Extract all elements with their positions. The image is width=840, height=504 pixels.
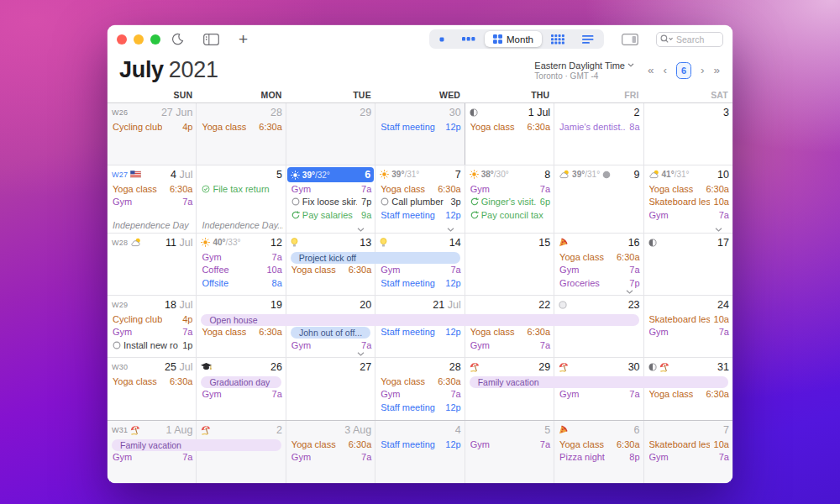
day-cell[interactable]: 39°/31°7Yoga class6:30aCall plumber3pSta… bbox=[375, 165, 465, 233]
day-cell[interactable]: 5Gym7a bbox=[465, 421, 554, 483]
event[interactable]: Staff meeting12p bbox=[375, 401, 464, 414]
day-cell[interactable]: 19Open houseYoga class6:30a bbox=[197, 296, 286, 357]
day-cell[interactable]: 28Yoga class6:30aGym7aStaff meeting12p bbox=[375, 358, 465, 420]
day-cell[interactable]: 4Staff meeting12p bbox=[375, 421, 465, 483]
event[interactable]: Gym7a bbox=[644, 451, 732, 465]
task[interactable]: Fix loose skir...7p bbox=[286, 196, 375, 209]
day-cell[interactable]: 40°/33°12Gym7aCoffee10aOffsite8a bbox=[197, 234, 286, 295]
more-events-chevron-icon[interactable] bbox=[626, 290, 633, 294]
all-day-banner[interactable] bbox=[465, 314, 554, 326]
event[interactable]: Gym7a bbox=[554, 264, 643, 277]
day-cell[interactable]: 1 JulYoga class6:30a bbox=[465, 103, 554, 165]
all-day-banner[interactable]: Graduation day bbox=[201, 376, 281, 388]
day-cell[interactable]: 39°/32°6Gym7aFix loose skir...7pPay sala… bbox=[286, 165, 375, 233]
event[interactable]: Gym7a bbox=[375, 388, 464, 402]
view-tab-month[interactable]: Month bbox=[485, 31, 542, 47]
event[interactable]: Staff meeting12p bbox=[375, 208, 464, 222]
event[interactable]: Gym7a bbox=[465, 339, 554, 352]
event[interactable]: Gym7a bbox=[465, 438, 554, 451]
view-tab-list[interactable] bbox=[574, 31, 602, 47]
task[interactable]: Install new rol...1p bbox=[108, 339, 196, 352]
event[interactable]: Coffee10a bbox=[197, 264, 285, 277]
day-cell[interactable]: 21 JulStaff meeting12p bbox=[375, 296, 465, 357]
day-cell[interactable]: 38°/30°8Gym7aGinger's visit...6pPay coun… bbox=[465, 165, 554, 233]
event[interactable]: Gym7a bbox=[465, 182, 554, 196]
event[interactable]: Gym7a bbox=[286, 451, 375, 465]
event[interactable]: Cycling club4p bbox=[108, 312, 196, 326]
more-events-chevron-icon[interactable] bbox=[357, 228, 365, 232]
all-day-banner[interactable] bbox=[643, 376, 728, 388]
day-cell[interactable]: W2627 JunCycling club4p bbox=[108, 103, 197, 165]
day-cell[interactable]: 31Yoga class6:30a bbox=[644, 358, 732, 420]
event[interactable]: Gym7a bbox=[108, 326, 196, 339]
day-cell[interactable]: 6Yoga class6:30aPizza night8p bbox=[554, 421, 643, 483]
more-events-chevron-icon[interactable] bbox=[447, 228, 454, 232]
event[interactable]: Yoga class6:30a bbox=[197, 120, 285, 134]
view-tab-year[interactable] bbox=[543, 31, 573, 47]
view-tab-week[interactable] bbox=[454, 31, 484, 47]
event[interactable]: Gym7a bbox=[286, 339, 375, 352]
event[interactable]: Yoga class6:30a bbox=[554, 438, 643, 451]
event[interactable]: Yoga class6:30a bbox=[465, 120, 554, 134]
event[interactable]: Gym7a bbox=[286, 182, 375, 196]
event[interactable]: Skateboard les...10a bbox=[644, 438, 732, 451]
day-cell[interactable]: 30Staff meeting12p bbox=[375, 103, 464, 165]
event[interactable]: Staff meeting12p bbox=[375, 326, 464, 339]
day-cell[interactable]: 17 bbox=[644, 234, 732, 295]
event[interactable]: Gym7a bbox=[644, 208, 732, 222]
event[interactable]: Staff meeting12p bbox=[375, 276, 464, 290]
day-cell[interactable]: 5File tax returnIndependence Day... bbox=[197, 165, 286, 233]
event[interactable]: Gym7a bbox=[197, 388, 285, 402]
all-day-banner[interactable] bbox=[196, 439, 281, 451]
event[interactable]: Skateboard les...10a bbox=[644, 312, 732, 326]
day-cell[interactable]: 26Graduation dayGym7a bbox=[197, 358, 286, 420]
day-cell[interactable]: 2Jamie's dentist...8a bbox=[554, 103, 643, 165]
day-cell[interactable]: 22Yoga class6:30aGym7a bbox=[465, 296, 554, 357]
all-day-banner[interactable]: Project kick off bbox=[291, 252, 375, 264]
day-cell[interactable]: 29Family vacation bbox=[465, 358, 554, 420]
task[interactable]: Pay salaries9a bbox=[286, 208, 375, 222]
event[interactable]: Yoga class6:30a bbox=[375, 182, 464, 196]
day-cell[interactable]: 28Yoga class6:30a bbox=[197, 103, 286, 165]
task[interactable]: Call plumber3p bbox=[375, 196, 464, 209]
zoom-button[interactable] bbox=[150, 34, 160, 45]
all-day-banner[interactable] bbox=[554, 376, 643, 388]
day-cell[interactable]: W3025 JulYoga class6:30a bbox=[108, 358, 197, 420]
day-cell[interactable]: 7Skateboard les...10aGym7a bbox=[644, 421, 732, 483]
timezone-block[interactable]: Eastern Daylight Time Toronto · GMT -4 bbox=[534, 60, 634, 81]
day-cell[interactable]: 15 bbox=[465, 234, 554, 295]
day-cell[interactable]: W311 AugFamily vacationGym7a bbox=[108, 421, 197, 483]
event[interactable]: Yoga class6:30a bbox=[375, 375, 464, 388]
day-cell[interactable]: 2 bbox=[197, 421, 286, 483]
day-cell[interactable]: 3 bbox=[644, 103, 732, 165]
more-events-chevron-icon[interactable] bbox=[357, 352, 365, 356]
event[interactable]: Groceries7p bbox=[554, 276, 643, 290]
next-week-button[interactable]: › bbox=[699, 64, 706, 76]
current-week-badge[interactable]: 6 bbox=[676, 62, 691, 79]
day-cell[interactable]: 39°/31°9 bbox=[554, 165, 643, 233]
event[interactable]: Offsite8a bbox=[197, 276, 285, 290]
all-day-banner[interactable] bbox=[375, 252, 459, 264]
event[interactable]: Gym7a bbox=[375, 264, 464, 277]
day-cell[interactable]: 27 bbox=[286, 358, 375, 420]
event[interactable]: Yoga class6:30a bbox=[554, 250, 643, 264]
day-cell[interactable]: W2918 JulCycling club4pGym7aInstall new … bbox=[108, 296, 197, 357]
event[interactable]: Yoga class6:30a bbox=[108, 375, 196, 388]
event[interactable]: Gym7a bbox=[108, 196, 196, 209]
day-cell[interactable]: W2811 Jul bbox=[108, 234, 197, 295]
add-event-button[interactable]: + bbox=[239, 31, 248, 47]
event[interactable]: Gym7a bbox=[108, 451, 196, 465]
info-panel-toggle-icon[interactable] bbox=[622, 34, 638, 45]
event[interactable]: Skateboard les...10a bbox=[644, 196, 732, 209]
event[interactable]: Staff meeting12p bbox=[375, 438, 464, 451]
view-tab-day[interactable] bbox=[431, 31, 453, 47]
event[interactable]: Yoga class6:30a bbox=[644, 388, 732, 402]
next-year-button[interactable]: » bbox=[711, 64, 722, 76]
event[interactable]: Yoga class6:30a bbox=[465, 326, 554, 339]
day-cell[interactable]: 23 bbox=[554, 296, 643, 357]
close-button[interactable] bbox=[117, 34, 127, 45]
event[interactable]: Pizza night8p bbox=[554, 451, 643, 465]
event[interactable]: Staff meeting12p bbox=[375, 120, 464, 134]
day-cell[interactable]: 24Skateboard les...10aGym7a bbox=[644, 296, 732, 357]
day-cell[interactable]: W274 JulYoga class6:30aGym7aIndependence… bbox=[108, 165, 197, 233]
